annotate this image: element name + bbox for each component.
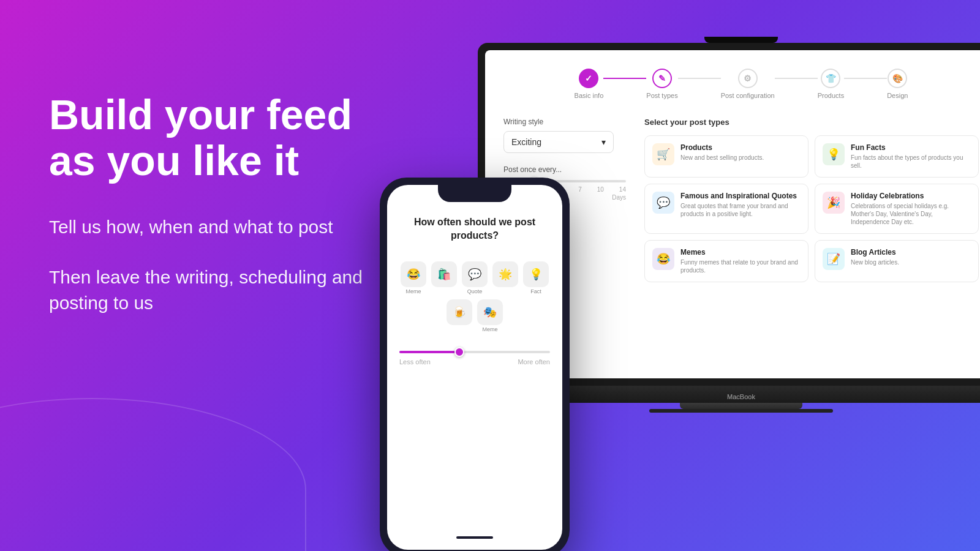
phone-slider-thumb[interactable]: [454, 347, 464, 357]
arc-decoration: [0, 398, 306, 551]
phone-tab-label-2: Quote: [467, 288, 483, 294]
phone-tab-2[interactable]: 💬: [462, 261, 488, 287]
tick-7: 7: [578, 186, 582, 193]
writing-style-value: Exciting: [511, 137, 541, 147]
laptop-stand-foot: [649, 409, 833, 413]
left-section: Build your feed as you like it Tell us h…: [49, 92, 404, 340]
post-type-desc-products: New and best selling products.: [680, 154, 764, 162]
post-type-info-fun-facts: Fun Facts Fun facts about the types of p…: [851, 143, 971, 170]
step-circle-design: 🎨: [888, 69, 907, 88]
phone-tabs: 😂 Meme 🛍️ 💬 Quote 🌟: [399, 261, 550, 332]
post-type-name-quotes: Famous and Inspirational Quotes: [680, 192, 801, 200]
step-circle-products: 👕: [821, 69, 840, 88]
phone-tab-item-2[interactable]: 💬 Quote: [462, 261, 488, 294]
main-headline: Build your feed as you like it: [49, 92, 404, 184]
phone-slider-fill: [399, 351, 459, 353]
step-label-products: Products: [818, 92, 844, 99]
post-type-blog[interactable]: 📝 Blog Articles New blog articles.: [815, 240, 979, 282]
phone-tab-3[interactable]: 🌟: [492, 261, 518, 287]
post-type-icon-fun-facts: 💡: [823, 143, 845, 165]
post-type-info-holidays: Holiday Celebrations Celebrations of spe…: [851, 192, 971, 226]
post-type-desc-blog: New blog articles.: [851, 258, 899, 266]
macbook-label: MacBook: [727, 393, 755, 400]
writing-style-select[interactable]: Exciting ▾: [503, 131, 614, 153]
post-types-section-title: Select your post types: [644, 118, 979, 127]
phone-outer: How often should we post products? 😂 Mem…: [380, 178, 570, 551]
post-type-name-memes: Memes: [680, 248, 801, 257]
step-line-3: [775, 78, 818, 79]
phone-slider-section: Less often More often: [399, 351, 550, 365]
post-type-icon-quotes: 💬: [652, 192, 674, 214]
phone-home-indicator: [456, 536, 493, 539]
phone-tab-item-6[interactable]: 🎭 Meme: [477, 299, 503, 332]
post-type-info-memes: Memes Funny memes that relate to your br…: [680, 248, 801, 274]
step-products[interactable]: 👕 Products: [818, 69, 844, 99]
phone-container: How often should we post products? 😂 Mem…: [380, 178, 570, 551]
phone-tab-label-0: Meme: [405, 288, 421, 294]
phone-tab-item-4[interactable]: 💡 Fact: [523, 261, 549, 294]
tick-14: 14: [619, 186, 626, 193]
post-type-name-blog: Blog Articles: [851, 248, 899, 257]
phone-notch: [438, 185, 511, 202]
post-type-info-blog: Blog Articles New blog articles.: [851, 248, 899, 266]
phone-tab-item-1[interactable]: 🛍️: [431, 261, 457, 294]
post-type-holidays[interactable]: 🎉 Holiday Celebrations Celebrations of s…: [815, 184, 979, 234]
phone-slider-track[interactable]: [399, 351, 550, 353]
post-type-desc-quotes: Great quotes that frame your brand and p…: [680, 202, 801, 218]
phone-tab-item-5[interactable]: 🍺: [447, 299, 472, 332]
phone-question: How often should we post products?: [399, 216, 550, 243]
post-type-name-fun-facts: Fun Facts: [851, 143, 971, 152]
slider-more-label: More often: [518, 358, 550, 365]
post-type-quotes[interactable]: 💬 Famous and Inspirational Quotes Great …: [644, 184, 809, 234]
sub-text-1: Tell us how, when and what to post: [49, 214, 404, 240]
phone-tab-6[interactable]: 🎭: [477, 299, 503, 325]
content-area: Writing style Exciting ▾ Post once every…: [503, 118, 979, 282]
chevron-down-icon: ▾: [601, 137, 606, 147]
phone-screen: How often should we post products? 😂 Mem…: [387, 185, 562, 550]
post-type-memes[interactable]: 😂 Memes Funny memes that relate to your …: [644, 240, 809, 282]
post-type-icon-memes: 😂: [652, 248, 674, 270]
step-label-post-config: Post configuration: [721, 92, 775, 99]
phone-tab-5[interactable]: 🍺: [447, 299, 472, 325]
phone-tab-label-6: Meme: [482, 326, 497, 332]
post-type-fun-facts[interactable]: 💡 Fun Facts Fun facts about the types of…: [815, 135, 979, 178]
step-label-post-types: Post types: [646, 92, 677, 99]
post-type-name-holidays: Holiday Celebrations: [851, 192, 971, 200]
post-type-products[interactable]: 🛒 Products New and best selling products…: [644, 135, 809, 178]
right-column: Select your post types 🛒 Products New an…: [644, 118, 979, 282]
select-field-inner: Exciting ▾: [511, 137, 606, 147]
phone-tab-item-0[interactable]: 😂 Meme: [401, 261, 426, 294]
post-type-desc-memes: Funny memes that relate to your brand an…: [680, 258, 801, 274]
step-line-2: [678, 78, 721, 79]
slider-less-label: Less often: [399, 358, 431, 365]
stepper: ✓ Basic info ✎ Post types ⚙ Post configu…: [503, 62, 979, 99]
sub-text-2: Then leave the writing, scheduling and p…: [49, 264, 404, 316]
step-design[interactable]: 🎨 Design: [887, 69, 908, 99]
laptop-stand: [680, 403, 802, 409]
writing-style-group: Writing style Exciting ▾: [503, 118, 626, 153]
post-type-desc-fun-facts: Fun facts about the types of products yo…: [851, 154, 971, 170]
step-basic-info[interactable]: ✓ Basic info: [575, 69, 604, 99]
phone-tab-4[interactable]: 💡: [523, 261, 549, 287]
post-type-info-quotes: Famous and Inspirational Quotes Great qu…: [680, 192, 801, 218]
post-type-icon-holidays: 🎉: [823, 192, 845, 214]
post-frequency-label: Post once every...: [503, 165, 626, 174]
step-label-design: Design: [887, 92, 908, 99]
step-post-config[interactable]: ⚙ Post configuration: [721, 69, 775, 99]
step-label-basic-info: Basic info: [575, 92, 604, 99]
step-post-types[interactable]: ✎ Post types: [646, 69, 677, 99]
step-circle-post-types: ✎: [652, 69, 672, 88]
phone-tab-0[interactable]: 😂: [401, 261, 426, 287]
step-line-1: [603, 78, 646, 79]
phone-tab-item-3[interactable]: 🌟: [492, 261, 518, 294]
post-type-desc-holidays: Celebrations of special holidays e.g. Mo…: [851, 202, 971, 226]
phone-tab-1[interactable]: 🛍️: [431, 261, 457, 287]
post-types-grid: 🛒 Products New and best selling products…: [644, 135, 979, 282]
post-type-icon-blog: 📝: [823, 248, 845, 270]
step-circle-post-config: ⚙: [738, 69, 758, 88]
phone-tab-label-4: Fact: [530, 288, 541, 294]
post-type-name-products: Products: [680, 143, 764, 152]
phone-inner: How often should we post products? 😂 Mem…: [387, 185, 562, 550]
post-type-icon-products: 🛒: [652, 143, 674, 165]
step-circle-basic-info: ✓: [579, 69, 598, 88]
